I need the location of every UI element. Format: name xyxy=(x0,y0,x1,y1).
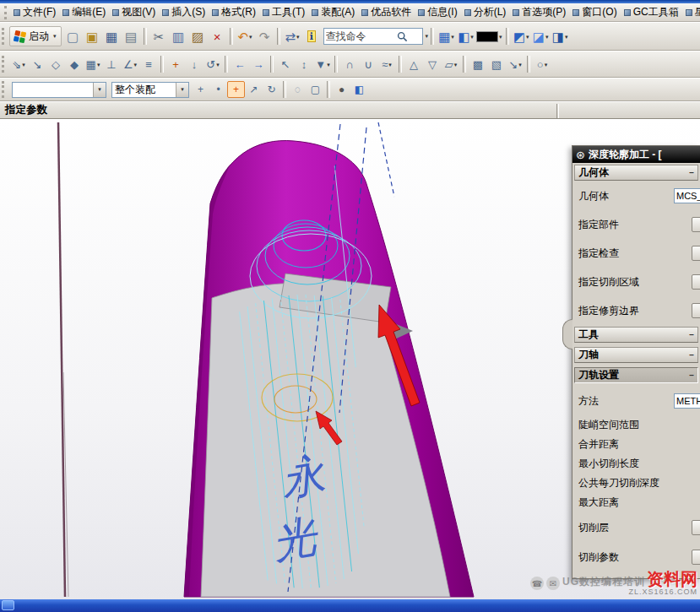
command-search-box[interactable] xyxy=(323,28,423,45)
specify-check-button[interactable] xyxy=(692,246,700,261)
menu-insert[interactable]: 插入(S) xyxy=(159,3,209,21)
menu-file[interactable]: 文件(F) xyxy=(10,3,59,21)
window-layout-icon[interactable]: ▦▾ xyxy=(437,27,456,46)
cam-tool-icon-5[interactable]: ▦▾ xyxy=(84,56,102,73)
cam-tool-icon-20[interactable]: ▱▾ xyxy=(442,56,460,73)
dropdown-caret[interactable]: ▾ xyxy=(249,34,252,40)
method-combo[interactable]: METHOD xyxy=(674,393,700,409)
collapse-icon[interactable]: − xyxy=(689,168,694,177)
dropdown-caret[interactable]: ▾ xyxy=(53,33,57,40)
menu-format[interactable]: 格式(R) xyxy=(209,3,259,21)
cam-tool-icon-2[interactable]: ↘ xyxy=(28,56,46,73)
cam-tool-icon-14[interactable]: ▼▾ xyxy=(313,56,332,73)
new-file-icon[interactable]: ▢ xyxy=(63,27,83,46)
menu-view[interactable]: 视图(V) xyxy=(109,3,159,21)
collapse-icon[interactable]: − xyxy=(689,350,694,360)
cam-tool-icon-8[interactable]: ≡ xyxy=(139,56,158,73)
specify-cut-area-button[interactable] xyxy=(692,274,700,290)
menu-youpin-software[interactable]: 优品软件 xyxy=(358,3,415,21)
dropdown-caret[interactable]: ▾ xyxy=(97,62,100,68)
menu-tools[interactable]: 工具(T) xyxy=(259,3,308,21)
geometry-combo[interactable]: MCS_MILL xyxy=(674,188,700,203)
semi-shaded-view-icon[interactable]: ◪▾ xyxy=(531,27,551,46)
menu-star-plugin[interactable]: 星空外挂 xyxy=(682,3,700,21)
undo-icon[interactable]: ↶▾ xyxy=(236,27,255,46)
copy-icon[interactable]: ▥ xyxy=(169,27,188,46)
dropdown-caret[interactable]: ▾ xyxy=(327,62,330,68)
cutting-levels-button[interactable] xyxy=(692,520,700,535)
cam-tool-icon-1[interactable]: ⇘▾ xyxy=(9,56,28,73)
path-settings-section-header[interactable]: 刀轨设置 − xyxy=(574,367,698,383)
menu-analysis[interactable]: 分析(L) xyxy=(461,3,510,21)
shaded-view-icon[interactable]: ◩▾ xyxy=(512,27,531,46)
combo-dropdown-button[interactable]: ▾ xyxy=(176,83,188,97)
taskbar-start-fragment[interactable] xyxy=(2,600,14,610)
snap-rotate-icon[interactable]: ↻ xyxy=(263,81,280,98)
dropdown-caret[interactable]: ▾ xyxy=(545,62,548,68)
dropdown-caret[interactable]: ▾ xyxy=(216,62,220,68)
selection-scope-combo[interactable]: 整个装配 ▾ xyxy=(111,82,189,98)
menu-information[interactable]: 信息(I) xyxy=(415,3,460,21)
cam-tool-icon-19[interactable]: ▽ xyxy=(423,56,442,73)
collapse-icon[interactable]: − xyxy=(689,330,694,339)
snap-plus-icon[interactable]: + xyxy=(192,81,209,98)
cutting-parameters-button[interactable] xyxy=(692,550,700,565)
toolbar-grip[interactable] xyxy=(2,28,5,45)
cam-tool-icon-6[interactable]: ⊥ xyxy=(102,56,121,73)
cam-tool-icon-12[interactable]: ↖ xyxy=(276,56,295,73)
geometry-section-header[interactable]: 几何体 − xyxy=(574,165,698,181)
snap-highlighted-icon[interactable]: + xyxy=(227,81,245,98)
forward-arrow-icon[interactable]: → xyxy=(249,56,268,73)
cam-tool-icon-10[interactable]: ↓ xyxy=(185,56,203,73)
search-input[interactable] xyxy=(326,30,397,42)
tool-axis-section-header[interactable]: 刀轴 − xyxy=(574,347,698,363)
combo-dropdown-button[interactable]: ▾ xyxy=(93,83,106,97)
dropdown-caret[interactable]: ▾ xyxy=(454,62,458,68)
menu-preferences[interactable]: 首选项(P) xyxy=(509,3,569,21)
dropdown-caret[interactable]: ▾ xyxy=(545,34,549,40)
background-color-swatch[interactable]: ▾ xyxy=(475,27,503,46)
toolbar-grip[interactable] xyxy=(2,81,5,98)
tool-section-header[interactable]: 工具 − xyxy=(574,327,698,343)
cam-tool-icon-16[interactable]: ∪ xyxy=(359,56,377,73)
specify-part-button[interactable] xyxy=(692,217,700,232)
selection-filter-combo[interactable]: ▾ xyxy=(12,82,106,98)
cam-tool-icon-17[interactable]: ≈▾ xyxy=(377,56,396,73)
cam-tool-icon-11[interactable]: ↺▾ xyxy=(203,56,222,73)
print-icon[interactable]: ▤ xyxy=(122,27,141,46)
dropdown-caret[interactable]: ▾ xyxy=(518,62,522,68)
information-note-icon[interactable]: ℹ xyxy=(302,27,322,46)
cam-tool-icon-7[interactable]: ∠▾ xyxy=(121,56,139,73)
rect-select-icon[interactable]: ▢ xyxy=(307,81,324,98)
cam-tool-icon-21[interactable]: ▩ xyxy=(469,56,487,73)
toolbar-grip[interactable] xyxy=(2,56,5,73)
snap-arrow-icon[interactable]: ↗ xyxy=(245,81,263,98)
cut-icon[interactable]: ✂ xyxy=(149,27,169,46)
cam-tool-icon-13[interactable]: ↕ xyxy=(295,56,313,73)
component-edge-line[interactable] xyxy=(58,122,65,597)
move-component-icon[interactable]: ⇄▾ xyxy=(283,27,302,46)
paste-icon[interactable]: ▨ xyxy=(188,27,208,46)
cam-tool-icon-9[interactable]: + xyxy=(166,56,185,73)
menubar-grip[interactable] xyxy=(4,6,7,19)
dropdown-caret[interactable]: ▾ xyxy=(388,62,392,68)
dropdown-caret[interactable]: ▾ xyxy=(451,34,454,40)
dialog-title-bar[interactable]: ⊛ 深度轮廓加工 - [ xyxy=(572,146,700,163)
circle-tool-icon[interactable]: ○▾ xyxy=(533,56,551,73)
cam-tool-icon-3[interactable]: ◇ xyxy=(46,56,65,73)
machined-face[interactable] xyxy=(201,284,450,597)
dropdown-caret[interactable]: ▾ xyxy=(565,34,568,40)
save-icon[interactable]: ▦ xyxy=(102,27,122,46)
cam-tool-icon-15[interactable]: ∩ xyxy=(340,56,359,73)
menu-gc-toolbox[interactable]: GC工具箱 xyxy=(621,3,682,21)
redo-icon[interactable]: ↷ xyxy=(255,27,274,46)
dialog-resize-handle[interactable] xyxy=(562,319,572,349)
dropdown-caret[interactable]: ▾ xyxy=(526,34,529,40)
cam-tool-icon-23[interactable]: ↘▾ xyxy=(506,56,524,73)
collapse-icon[interactable]: − xyxy=(689,371,694,380)
menu-edit[interactable]: 编辑(E) xyxy=(59,3,109,21)
cam-tool-icon-22[interactable]: ▧ xyxy=(487,56,506,73)
dropdown-caret[interactable]: ▾ xyxy=(470,34,474,40)
dropdown-caret[interactable]: ▾ xyxy=(296,34,300,40)
specify-trim-boundary-button[interactable] xyxy=(692,303,700,318)
